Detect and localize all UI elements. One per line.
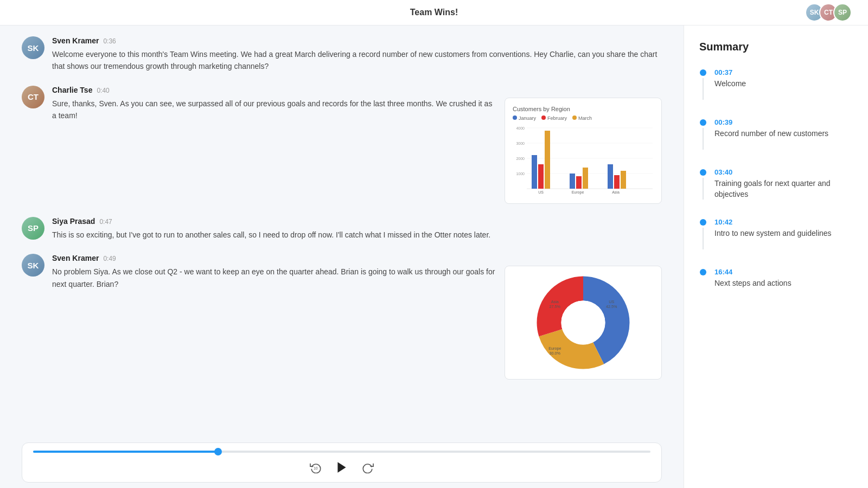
message-time: 0:47	[99, 218, 112, 226]
messages-list: SK Sven Kramer 0:36 Welcome everyone to …	[22, 36, 662, 438]
avatar: SP	[833, 3, 852, 22]
avatar-img: SK	[22, 254, 44, 277]
svg-marker-32	[337, 462, 346, 473]
summary-dot	[700, 119, 706, 126]
chat-area: SK Sven Kramer 0:36 Welcome everyone to …	[0, 25, 684, 488]
summary-line	[703, 228, 704, 249]
avatar: SK	[22, 254, 44, 277]
summary-item-left	[699, 118, 707, 150]
donut-chart-card: US 42.5% Asia 27.5% Europe 30.0%	[505, 266, 662, 380]
message-time: 0:36	[103, 37, 116, 45]
svg-rect-13	[576, 176, 582, 189]
avatar-img: SP	[22, 217, 44, 240]
player-controls: 10	[33, 460, 650, 474]
summary-item-left	[699, 68, 707, 100]
summary-item: 03:40 Training goals for next quarter an…	[699, 168, 853, 200]
svg-point-24	[561, 301, 605, 345]
bar-chart-svg: 4000 3000 2000 1000	[513, 125, 654, 196]
progress-track[interactable]	[33, 451, 650, 453]
message-content: Charlie Tse 0:40 Sure, thanks, Sven. As …	[52, 86, 662, 204]
message-block: SK Sven Kramer 0:36 Welcome everyone to …	[22, 36, 662, 73]
message-text: Welcome everyone to this month's Team Wi…	[52, 48, 662, 73]
summary-time[interactable]: 03:40	[714, 168, 853, 176]
svg-rect-12	[570, 174, 575, 189]
bar-chart-area: 4000 3000 2000 1000	[513, 125, 654, 196]
svg-text:27.5%: 27.5%	[550, 304, 561, 309]
svg-text:US: US	[609, 299, 614, 304]
summary-label: Welcome	[714, 79, 853, 89]
svg-rect-10	[538, 164, 544, 189]
avatar: SK	[22, 36, 44, 59]
summary-item: 00:37 Welcome	[699, 68, 853, 100]
play-button[interactable]	[335, 460, 349, 474]
avatar: CT	[22, 86, 44, 108]
svg-rect-17	[621, 171, 626, 189]
message-content: Sven Kramer 0:36 Welcome everyone to thi…	[52, 36, 662, 73]
summary-line	[703, 128, 704, 150]
player-bar: 10	[22, 442, 662, 483]
summary-label: Intro to new system and guidelines	[714, 228, 853, 239]
message-block: CT Charlie Tse 0:40 Sure, thanks, Sven. …	[22, 86, 662, 204]
message-with-chart: Sure, thanks, Sven. As you can see, we s…	[52, 98, 662, 204]
forward-button[interactable]	[362, 461, 374, 473]
summary-dot	[700, 219, 706, 226]
page-title: Team Wins!	[410, 8, 458, 17]
rewind-button[interactable]: 10	[310, 461, 322, 473]
bar-chart-card: Customers by Region January February Mar…	[505, 98, 662, 204]
message-text: Sure, thanks, Sven. As you can see, we s…	[52, 98, 496, 122]
svg-rect-15	[608, 164, 613, 189]
donut-chart-svg: US 42.5% Asia 27.5% Europe 30.0%	[534, 274, 632, 371]
summary-items: 00:37 Welcome 00:39 Record number of new…	[699, 68, 853, 289]
svg-rect-11	[545, 131, 550, 189]
message-time: 0:49	[103, 255, 116, 262]
message-block: SK Sven Kramer 0:49 No problem Siya. As …	[22, 254, 662, 380]
summary-time[interactable]: 16:44	[714, 268, 853, 276]
sidebar-title: Summary	[699, 41, 853, 53]
progress-thumb[interactable]	[214, 448, 222, 455]
summary-item-left	[699, 168, 707, 200]
summary-item-right: 00:37 Welcome	[714, 68, 853, 89]
summary-item-right: 10:42 Intro to new system and guidelines	[714, 218, 853, 239]
chart-legend: January February March	[513, 115, 654, 121]
summary-time[interactable]: 00:39	[714, 118, 853, 126]
avatar-img: SK	[22, 36, 44, 59]
svg-text:Asia: Asia	[612, 190, 620, 194]
avatar-group: SK CT SP	[805, 3, 852, 22]
svg-text:4000: 4000	[516, 126, 525, 130]
summary-line	[703, 178, 704, 200]
message-block: SP Siya Prasad 0:47 This is so exciting,…	[22, 217, 662, 241]
summary-label: Next steps and actions	[714, 278, 853, 289]
summary-time[interactable]: 10:42	[714, 218, 853, 226]
svg-text:Europe: Europe	[548, 346, 561, 351]
svg-text:Europe: Europe	[572, 190, 584, 195]
message-header: Siya Prasad 0:47	[52, 217, 662, 226]
chart-title: Customers by Region	[513, 106, 654, 112]
message-header: Charlie Tse 0:40	[52, 86, 662, 94]
svg-text:30.0%: 30.0%	[550, 351, 561, 356]
top-bar: Team Wins! SK CT SP	[0, 0, 868, 25]
summary-item: 00:39 Record number of new customers	[699, 118, 853, 150]
summary-item: 16:44 Next steps and actions	[699, 268, 853, 289]
summary-item-right: 00:39 Record number of new customers	[714, 118, 853, 139]
summary-sidebar: Summary 00:37 Welcome 00:39	[684, 25, 868, 488]
avatar-img: CT	[22, 86, 44, 108]
legend-item: February	[541, 115, 567, 121]
svg-rect-9	[532, 155, 537, 189]
message-header: Sven Kramer 0:49	[52, 254, 662, 262]
message-text: This is so exciting, but I've got to run…	[52, 229, 662, 241]
main-layout: SK Sven Kramer 0:36 Welcome everyone to …	[0, 25, 868, 488]
svg-text:1000: 1000	[516, 172, 525, 176]
message-with-chart: No problem Siya. As we close out Q2 - we…	[52, 266, 662, 380]
sender-name: Sven Kramer	[52, 36, 99, 45]
donut-chart-area: US 42.5% Asia 27.5% Europe 30.0%	[534, 274, 632, 371]
legend-item: January	[513, 115, 536, 121]
message-content: Sven Kramer 0:49 No problem Siya. As we …	[52, 254, 662, 380]
svg-text:10: 10	[314, 466, 318, 470]
summary-time[interactable]: 00:37	[714, 68, 853, 76]
svg-text:US: US	[538, 190, 544, 194]
legend-item: March	[572, 115, 592, 121]
summary-item-right: 03:40 Training goals for next quarter an…	[714, 168, 853, 200]
svg-text:2000: 2000	[516, 157, 525, 160]
svg-text:Asia: Asia	[551, 299, 559, 304]
svg-text:42.5%: 42.5%	[606, 304, 617, 309]
